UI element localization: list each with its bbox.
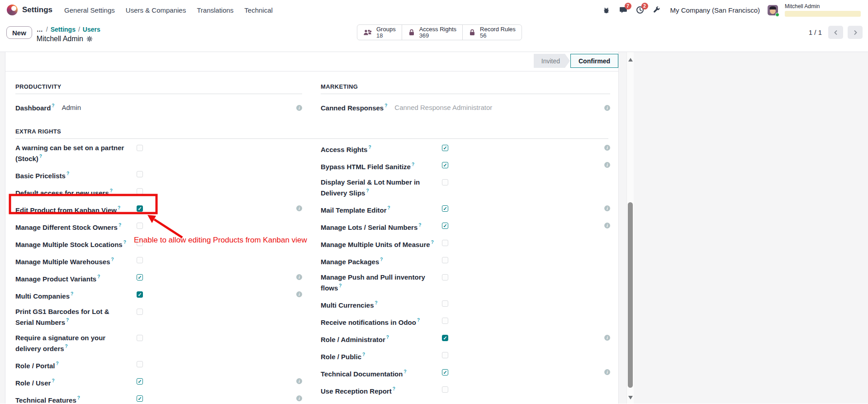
checkbox-label: Require a signature on your delivery ord… <box>15 334 105 352</box>
menu-technical[interactable]: Technical <box>239 4 278 17</box>
messages-icon[interactable]: 7 <box>617 3 630 17</box>
checkbox-checked[interactable] <box>137 395 143 402</box>
extra-rights-row: Manage Multiple Units of Measure? i <box>321 238 610 249</box>
menu-general-settings[interactable]: General Settings <box>59 4 120 17</box>
breadcrumb-settings-link[interactable]: Settings <box>51 25 76 33</box>
extra-rights-row: Edit Product from Kanban View? i <box>15 204 302 215</box>
extra-rights-row: Role / Administrator? i <box>321 333 610 344</box>
extra-rights-row: Technical Features? i <box>15 394 302 404</box>
company-switcher[interactable]: My Company (San Francisco) <box>670 6 760 14</box>
field-value-canned-responses[interactable]: Canned Response Administrator <box>394 104 492 111</box>
chevron-right-icon <box>853 29 858 36</box>
checkbox-checked[interactable] <box>137 205 143 212</box>
group-productivity: PRODUCTIVITY Dashboard? Admin i <box>15 83 302 112</box>
status-step-invited[interactable]: Invited <box>534 54 570 68</box>
stat-button-groups[interactable]: Groups 18 <box>357 25 402 40</box>
checkbox-unchecked[interactable] <box>137 309 143 315</box>
checkbox-unchecked[interactable] <box>442 257 448 263</box>
checkbox-unchecked[interactable] <box>442 352 448 358</box>
menu-translations[interactable]: Translations <box>191 4 239 17</box>
checkbox-checked[interactable] <box>137 291 143 298</box>
tools-wrench-icon[interactable] <box>650 3 664 17</box>
checkbox-checked[interactable] <box>442 205 448 212</box>
checkbox-unchecked[interactable] <box>137 335 143 341</box>
checkbox-unchecked[interactable] <box>442 318 448 324</box>
top-navbar: Settings General Settings Users & Compan… <box>0 0 868 20</box>
menu-users-companies[interactable]: Users & Companies <box>120 4 191 17</box>
info-icon: i <box>604 223 610 228</box>
user-avatar[interactable] <box>768 5 778 15</box>
extra-rights-row: Role / User? i <box>15 377 302 388</box>
user-menu[interactable]: Mitchell Admin <box>785 4 861 17</box>
checkbox-checked[interactable] <box>442 335 448 341</box>
help-question-mark: ? <box>39 154 42 159</box>
scrollbar-thumb[interactable] <box>628 202 633 388</box>
scroll-down-arrow-icon[interactable] <box>628 396 633 399</box>
form-sheet: PRODUCTIVITY Dashboard? Admin i MARKETIN… <box>5 71 618 404</box>
info-icon: i <box>296 378 302 384</box>
users-icon <box>363 29 372 36</box>
info-icon: i <box>604 162 610 168</box>
info-icon: i <box>296 291 302 297</box>
vertical-scrollbar[interactable] <box>626 52 634 404</box>
stat-button-record-rules[interactable]: Record Rules 56 <box>463 25 522 40</box>
checkbox-label: Manage Multiple Stock Locations <box>15 241 123 248</box>
checkbox-label: Display Serial & Lot Number in Delivery … <box>321 178 420 197</box>
status-step-confirmed[interactable]: Confirmed <box>570 54 618 68</box>
stat-value: 369 <box>419 33 456 39</box>
breadcrumb: … / Settings / Users <box>37 25 100 33</box>
checkbox-label: Access Rights <box>321 146 367 153</box>
extra-rights-row: Technical Documentation? i <box>321 368 610 379</box>
group-extra-rights: EXTRA RIGHTS <box>15 128 608 139</box>
user-name: Mitchell Admin <box>785 4 861 10</box>
checkbox-unchecked[interactable] <box>442 240 448 246</box>
checkbox-checked[interactable] <box>137 378 143 385</box>
checkbox-unchecked[interactable] <box>442 179 448 185</box>
breadcrumb-separator: / <box>78 25 80 33</box>
checkbox-unchecked[interactable] <box>137 257 143 263</box>
checkbox-unchecked[interactable] <box>442 300 448 307</box>
help-question-mark: ? <box>66 318 69 323</box>
checkbox-unchecked[interactable] <box>137 223 143 229</box>
extra-rights-row: Manage Different Stock Owners? i <box>15 221 302 232</box>
checkbox-unchecked[interactable] <box>442 274 448 280</box>
app-name[interactable]: Settings <box>22 5 52 14</box>
pager-next-button[interactable] <box>848 26 863 39</box>
help-question-mark: ? <box>66 171 69 176</box>
stat-button-access-rights[interactable]: Access Rights 369 <box>402 25 463 40</box>
info-icon: i <box>604 369 610 375</box>
checkbox-unchecked[interactable] <box>137 361 143 367</box>
extra-rights-row: Default access for new users? i <box>15 187 302 198</box>
breadcrumb-ellipsis[interactable]: … <box>37 25 43 33</box>
checkbox-label: Manage Lots / Serial Numbers <box>321 223 417 231</box>
info-icon: i <box>296 105 302 111</box>
extra-rights-row: Require a signature on your delivery ord… <box>15 333 302 353</box>
help-question-mark: ? <box>366 188 369 193</box>
group-marketing: MARKETING Canned Responses? Canned Respo… <box>321 83 610 112</box>
activities-clock-icon[interactable]: 2 <box>633 3 647 17</box>
gear-icon[interactable] <box>86 36 93 42</box>
record-title: Mitchell Admin <box>37 34 83 43</box>
new-button[interactable]: New <box>6 26 32 39</box>
checkbox-checked[interactable] <box>442 369 448 375</box>
checkbox-label: Use Reception Report <box>321 387 392 395</box>
field-value-dashboard[interactable]: Admin <box>62 104 81 111</box>
checkbox-unchecked[interactable] <box>137 188 143 195</box>
checkbox-unchecked[interactable] <box>442 386 448 393</box>
checkbox-unchecked[interactable] <box>137 240 143 246</box>
checkbox-checked[interactable] <box>442 162 448 168</box>
debug-bug-icon[interactable] <box>600 3 613 17</box>
checkbox-checked[interactable] <box>442 145 448 151</box>
help-question-mark: ? <box>418 223 421 228</box>
checkbox-unchecked[interactable] <box>137 145 143 151</box>
checkbox-unchecked[interactable] <box>137 171 143 177</box>
user-menu-highlight <box>785 11 861 17</box>
pager-previous-button[interactable] <box>828 26 843 39</box>
breadcrumb-users-link[interactable]: Users <box>83 25 100 33</box>
scroll-up-arrow-icon[interactable] <box>628 58 633 62</box>
info-icon: i <box>604 205 610 211</box>
checkbox-checked[interactable] <box>137 274 143 280</box>
help-question-mark: ? <box>97 274 100 279</box>
checkbox-checked[interactable] <box>442 223 448 229</box>
help-question-mark: ? <box>388 205 390 210</box>
